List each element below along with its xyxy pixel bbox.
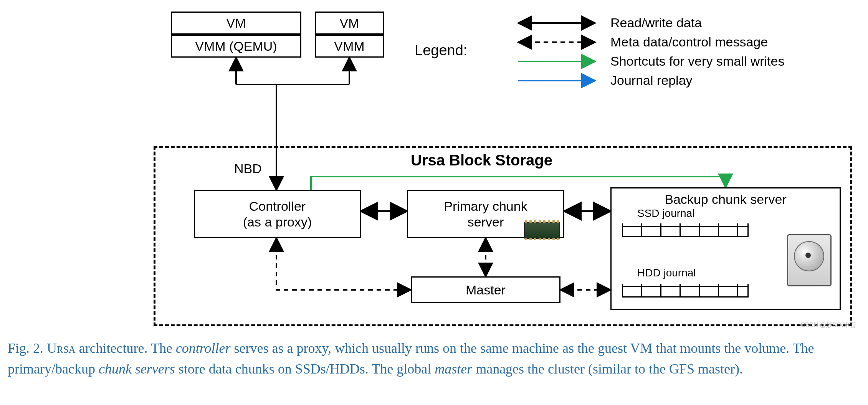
vm2-top-label: VM <box>340 15 359 31</box>
cap-ursa: Ursa <box>47 341 76 356</box>
ssd-journal-track <box>622 222 749 237</box>
vm1-bottom-box: VMM (QEMU) <box>171 35 301 58</box>
legend-item-3: Journal replay <box>610 73 693 88</box>
legend-item-2: Shortcuts for very small writes <box>610 54 784 69</box>
cap-controller: controller <box>176 341 231 356</box>
watermark: CSDN @妙BOOK言 <box>801 321 856 329</box>
vm2-bottom-box: VMM <box>315 35 384 58</box>
hdd-journal-label: HDD journal <box>637 267 696 279</box>
primary-line2: server <box>468 214 504 230</box>
vm1-bottom-label: VMM (QEMU) <box>195 38 277 54</box>
figure-caption: Fig. 2. Ursa architecture. The controlle… <box>8 338 852 379</box>
cap-seg4: manages the cluster (similar to the GFS … <box>472 361 743 377</box>
cap-prefix: Fig. 2. <box>8 341 47 356</box>
vm1-top-box: VM <box>171 12 301 35</box>
hdd-icon <box>787 234 832 286</box>
ursa-title: Ursa Block Storage <box>411 152 552 169</box>
nbd-label: NBD <box>234 161 262 176</box>
cap-chunkservers: chunk servers <box>99 361 175 377</box>
controller-line2: (as a proxy) <box>243 214 312 230</box>
ssd-journal-label: SSD journal <box>637 207 694 220</box>
controller-line1: Controller <box>249 198 306 214</box>
backup-title: Backup chunk server <box>616 192 835 207</box>
vm2-top-box: VM <box>315 12 384 35</box>
vm1-top-label: VM <box>227 15 246 31</box>
master-label: Master <box>466 282 506 298</box>
diagram-canvas: VM VMM (QEMU) VM VMM Legend: <box>8 8 860 330</box>
legend-item-0: Read/write data <box>610 15 702 30</box>
master-box: Master <box>411 276 560 303</box>
cap-master: master <box>435 361 472 377</box>
ssd-chip-icon <box>524 222 560 239</box>
controller-box: Controller (as a proxy) <box>194 190 361 238</box>
hdd-journal-track <box>622 282 749 298</box>
legend-label: Legend: <box>415 42 467 59</box>
cap-seg3: store data chunks on SSDs/HDDs. The glob… <box>175 361 435 377</box>
cap-seg1: architecture. The <box>76 341 176 356</box>
vm2-bottom-label: VMM <box>334 38 364 54</box>
legend-item-1: Meta data/control message <box>610 35 768 50</box>
primary-line1: Primary chunk <box>444 198 527 214</box>
